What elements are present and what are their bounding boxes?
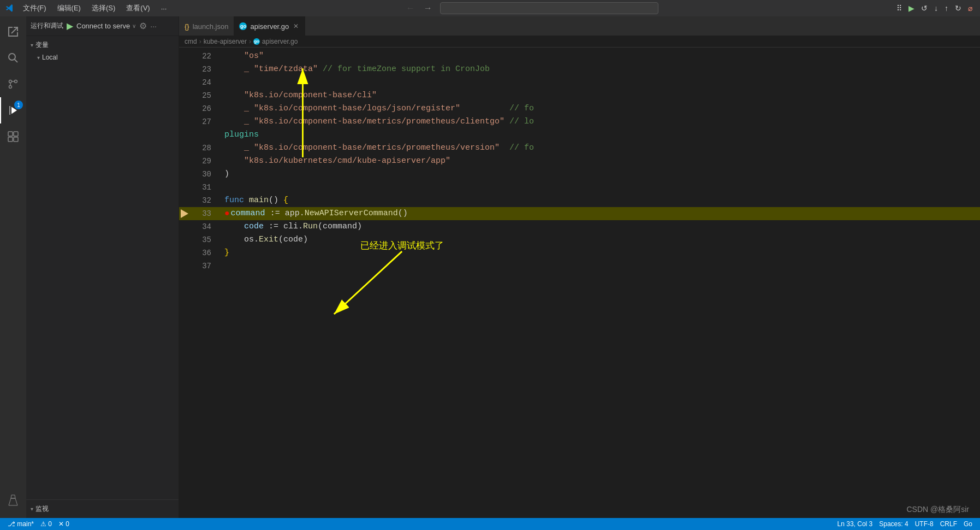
debug-play-icon[interactable]: ▶	[906, 2, 917, 15]
code-editor[interactable]: 22 "os" 23 _ "time/tzdata" // for timeZo…	[179, 48, 980, 518]
tab-apiserver-go[interactable]: go apiserver.go ✕	[234, 16, 305, 36]
sidebar: 运行和调试 ▶ Connect to serve ∨ ⚙ ··· ▾ 变量 ▾ …	[26, 16, 179, 518]
activity-explorer[interactable]	[0, 19, 26, 45]
go-file-icon: go	[239, 22, 247, 30]
nav-forward[interactable]: →	[420, 2, 436, 14]
line-content	[220, 181, 980, 194]
table-row: 35 os.Exit(code)	[179, 233, 980, 246]
nav-back[interactable]: ←	[403, 2, 418, 14]
table-row: 27 _ "k8s.io/component-base/metrics/prom…	[179, 115, 980, 128]
breadcrumb-sep-1: ›	[199, 38, 201, 45]
svg-rect-5	[8, 132, 13, 136]
line-number: 31	[190, 181, 220, 194]
nav-controls: ← →	[403, 2, 436, 14]
menu-more[interactable]: ···	[157, 3, 171, 14]
status-branch[interactable]: ⎇ main*	[4, 520, 37, 528]
line-number: 34	[190, 220, 220, 233]
table-row: 28 _ "k8s.io/component-base/metrics/prom…	[179, 142, 980, 155]
table-row: 23 _ "time/tzdata" // for timeZone suppo…	[179, 63, 980, 76]
table-row: 33 ● command := app.NewAPIServerCommand(…	[179, 207, 980, 220]
debug-restart-icon[interactable]: ↺	[919, 2, 930, 15]
debug-more-icon[interactable]: ···	[150, 22, 157, 31]
status-warnings[interactable]: ⚠ 0	[37, 520, 55, 528]
code-lines: 22 "os" 23 _ "time/tzdata" // for timeZo…	[179, 48, 980, 273]
table-row: 36 }	[179, 246, 980, 260]
tab-launch-json[interactable]: {} launch.json	[179, 16, 234, 36]
debug-stepover-icon[interactable]: ↓	[932, 2, 940, 15]
line-content: _ "time/tzdata" // for timeZone support …	[220, 63, 980, 76]
debug-disconnect-icon[interactable]: ⌀	[966, 2, 975, 15]
status-language[interactable]: Go	[960, 520, 976, 528]
line-content: _ "k8s.io/component-base/metrics/prometh…	[220, 115, 980, 128]
menu-file[interactable]: 文件(F)	[19, 2, 51, 14]
activity-source-control[interactable]	[0, 71, 26, 97]
watch-label: 监视	[35, 504, 49, 514]
command-palette[interactable]	[440, 2, 658, 14]
debug-stepinto-icon[interactable]: ↑	[942, 2, 951, 15]
activity-search[interactable]	[0, 45, 26, 71]
activity-run-debug[interactable]: 1	[0, 97, 26, 123]
menu-select[interactable]: 选择(S)	[87, 2, 120, 14]
breakpoint-gutter	[179, 128, 190, 142]
status-right: Ln 33, Col 3 Spaces: 4 UTF-8 CRLF Go	[834, 520, 976, 528]
debug-reload-icon[interactable]: ↻	[953, 2, 964, 15]
activity-test[interactable]	[0, 487, 26, 514]
breadcrumb: cmd › kube-apiserver › go apiserver.go	[179, 36, 980, 48]
menu-view[interactable]: 查看(V)	[122, 2, 154, 14]
breakpoint-gutter	[179, 168, 190, 181]
line-number: 36	[190, 246, 220, 260]
activity-bar: 1	[0, 16, 26, 518]
tab-close-button[interactable]: ✕	[292, 21, 300, 31]
extensions-badge: 1	[14, 101, 23, 109]
line-content: os.Exit(code)	[220, 233, 980, 246]
variables-header[interactable]: ▾ 变量	[26, 38, 179, 52]
start-debug-button[interactable]: ▶	[67, 21, 73, 31]
table-row: plugins	[179, 128, 980, 142]
menu-bar: 文件(F) 编辑(E) 选择(S) 查看(V) ···	[19, 2, 171, 14]
status-spaces[interactable]: Spaces: 4	[876, 520, 911, 528]
breadcrumb-kube-apiserver[interactable]: kube-apiserver	[204, 38, 247, 45]
line-content: "k8s.io/component-base/cli"	[220, 89, 980, 102]
line-number: 24	[190, 76, 220, 89]
local-variables-header[interactable]: ▾ Local	[26, 52, 179, 63]
watch-header[interactable]: ▾ 监视	[26, 502, 179, 516]
activity-extensions[interactable]	[0, 123, 26, 150]
debug-settings-icon[interactable]: ⚙	[139, 21, 147, 31]
chevron-down-icon: ▾	[31, 506, 33, 512]
table-row: 34 code := cli.Run(command)	[179, 220, 980, 233]
status-errors[interactable]: ✕ 0	[55, 520, 73, 528]
debug-connect-button[interactable]: Connect to serve ∨	[76, 22, 136, 30]
watch-section: ▾ 监视	[26, 499, 179, 518]
table-row: 24	[179, 76, 980, 89]
line-content: )	[220, 168, 980, 181]
status-eol[interactable]: CRLF	[937, 520, 960, 528]
tab-label: launch.json	[193, 22, 229, 31]
breakpoint-gutter	[179, 246, 190, 260]
line-number: 22	[190, 50, 220, 63]
svg-point-0	[9, 54, 15, 60]
status-line-col[interactable]: Ln 33, Col 3	[834, 520, 876, 528]
titlebar: 文件(F) 编辑(E) 选择(S) 查看(V) ··· ← → ⠿ ▶ ↺ ↓ …	[0, 0, 980, 16]
titlebar-center: ← →	[171, 2, 894, 14]
run-debug-label: 运行和调试	[31, 21, 63, 31]
menu-edit[interactable]: 编辑(E)	[53, 2, 85, 14]
status-encoding[interactable]: UTF-8	[912, 520, 937, 528]
app-container: 文件(F) 编辑(E) 选择(S) 查看(V) ··· ← → ⠿ ▶ ↺ ↓ …	[0, 0, 980, 530]
line-number: 23	[190, 63, 220, 76]
tab-label: apiserver.go	[250, 22, 289, 31]
svg-line-1	[15, 60, 18, 63]
breakpoint-gutter	[179, 220, 190, 233]
breakpoint-dot: ●	[224, 207, 230, 220]
breakpoint-gutter	[179, 115, 190, 128]
breadcrumb-sep-2: ›	[249, 38, 251, 45]
breadcrumb-file[interactable]: apiserver.go	[262, 38, 298, 45]
svg-rect-6	[14, 132, 18, 136]
line-content: plugins	[220, 128, 980, 142]
breadcrumb-cmd[interactable]: cmd	[185, 38, 197, 45]
line-content: }	[220, 246, 980, 260]
debug-dots-icon[interactable]: ⠿	[894, 2, 904, 15]
table-row: 25 "k8s.io/component-base/cli"	[179, 89, 980, 102]
breakpoint-gutter	[179, 76, 190, 89]
main-container: 1 运行和调试 ▶ Connect to serve ∨ ⚙ ···	[0, 16, 980, 518]
line-number: 32	[190, 194, 220, 207]
